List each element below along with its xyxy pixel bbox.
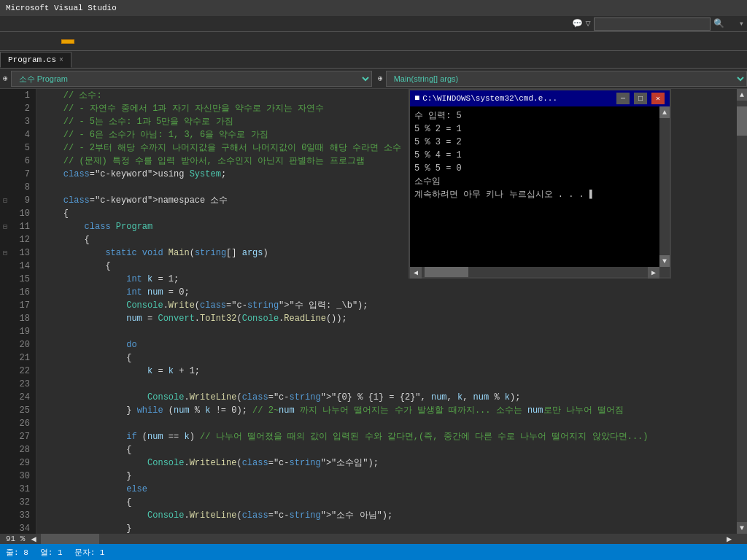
cmd-titlebar: ■ C:\WINDOWS\system32\cmd.e... ─ □ ✕ [410, 90, 670, 106]
line-number: 16 [13, 286, 30, 299]
chat-icon: 💬 [572, 18, 583, 29]
cmd-maximize-button[interactable]: □ [634, 93, 647, 104]
toolbar-analysis[interactable] [18, 40, 29, 43]
cmd-output-line: 5 % 4 = 1 [414, 149, 655, 162]
scroll-left-button[interactable]: ◀ [31, 534, 41, 544]
cmd-body: 수 입력: 55 % 2 = 15 % 3 = 25 % 4 = 15 % 5 … [410, 106, 659, 267]
status-bar: 줄: 8 열: 1 문자: 1 [0, 544, 747, 560]
fold-cell [0, 115, 10, 128]
fold-cell [0, 273, 10, 286]
cmd-vertical-scrollbar[interactable]: ▲ ▼ [659, 106, 670, 267]
menu-tools[interactable] [85, 23, 96, 26]
fold-cell [0, 141, 10, 155]
tab-close-icon[interactable]: × [59, 56, 63, 64]
menu-debug[interactable] [61, 23, 73, 26]
redplus-label[interactable] [727, 23, 736, 26]
cmd-hscroll-track[interactable] [422, 267, 648, 277]
hscroll-thumb[interactable] [41, 534, 99, 544]
cmd-close-button[interactable]: ✕ [651, 93, 665, 104]
cmd-icon: ■ [414, 93, 419, 104]
fold-cell [0, 128, 10, 141]
vertical-scrollbar[interactable]: ▲ ▼ [737, 89, 747, 534]
menu-build[interactable] [50, 23, 61, 26]
menu-file[interactable] [3, 23, 15, 26]
line-number: 10 [13, 207, 30, 220]
status-col: 열: 1 [40, 547, 63, 558]
fold-cell [0, 351, 10, 365]
cmd-scroll-up[interactable]: ▲ [659, 106, 670, 118]
fold-cell [0, 207, 10, 220]
fold-cell[interactable]: ⊟ [0, 246, 10, 260]
cmd-scroll-down[interactable]: ▼ [659, 255, 670, 267]
nav-icon: ⊕ [0, 74, 11, 83]
code-line: } [42, 522, 731, 534]
toolbar-architecture[interactable] [3, 40, 15, 43]
fold-cell [0, 233, 10, 246]
line-number: 22 [13, 365, 30, 378]
code-line: if (num == k) // 나누어 떨어졌을 때의 값이 입력된 수와 같… [42, 430, 731, 443]
line-number: 6 [13, 155, 30, 168]
line-numbers: 1234567891011121314151617181920212223242… [10, 89, 36, 534]
code-line: { [42, 496, 731, 509]
cmd-scroll-right[interactable]: ▶ [648, 267, 659, 279]
scroll-up-button[interactable]: ▲ [737, 89, 747, 101]
line-number: 23 [13, 378, 30, 391]
cmd-output-line: 소수임 [414, 175, 655, 188]
menu-edit[interactable] [15, 23, 26, 26]
quick-search-input[interactable] [594, 18, 711, 31]
menu-test[interactable] [96, 23, 108, 26]
quick-launch-area: 💬 ▽ 🔍 ▾ [572, 18, 744, 31]
fold-cell[interactable]: ⊟ [0, 220, 10, 233]
fold-cell [0, 89, 10, 102]
toolbar-window[interactable] [32, 40, 44, 43]
fold-cell [0, 260, 10, 273]
code-line: k = k + 1; [42, 365, 731, 378]
cmd-minimize-button[interactable]: ─ [616, 93, 630, 104]
code-line [42, 417, 731, 430]
fold-cell[interactable]: ⊟ [0, 194, 10, 207]
status-line: 줄: 8 [6, 547, 28, 558]
line-number: 34 [13, 522, 30, 534]
line-number: 4 [13, 128, 30, 141]
fold-cell [0, 299, 10, 312]
code-line: Console.Write(class="c-string">"수 입력: _\… [42, 299, 731, 312]
redplus-arrow[interactable]: ▾ [739, 18, 744, 29]
horizontal-scrollbar[interactable] [41, 534, 727, 544]
toolbar [0, 32, 747, 51]
code-line: Console.WriteLine(class="c-string">"소수 아… [42, 509, 731, 522]
fold-cell [0, 443, 10, 456]
method-dropdown[interactable]: Main(string[] args) [386, 71, 747, 87]
tab-label: Program.cs [8, 55, 56, 64]
tab-bar: Program.cs × [0, 51, 747, 69]
line-number: 26 [13, 417, 30, 430]
cmd-title-text: C:\WINDOWS\system32\cmd.e... [422, 94, 613, 103]
cmd-output-line: 계속하려면 아무 키나 누르십시오 . . . ▌ [414, 188, 655, 201]
class-dropdown[interactable]: 소수 Program [11, 71, 372, 87]
fold-cell [0, 155, 10, 168]
toolbar-help[interactable] [47, 40, 58, 43]
fold-column: ⊟⊟⊟ [0, 89, 10, 534]
line-number: 30 [13, 470, 30, 483]
cmd-hscroll-area: ◀ ▶ [410, 267, 670, 277]
fold-cell [0, 378, 10, 391]
line-number: 11 [13, 220, 30, 233]
scroll-thumb[interactable] [737, 106, 747, 136]
nav-method-icon: ⊕ [375, 74, 386, 83]
toolbar-fullscreen[interactable] [61, 39, 74, 44]
cmd-window[interactable]: ■ C:\WINDOWS\system32\cmd.e... ─ □ ✕ 수 입… [409, 89, 671, 279]
fold-cell [0, 417, 10, 430]
tab-programcs[interactable]: Program.cs × [0, 52, 71, 68]
line-number: 8 [13, 181, 30, 194]
menu-team[interactable] [73, 23, 85, 26]
scroll-right-btn[interactable]: ▶ [727, 534, 737, 544]
scroll-down-button[interactable]: ▼ [737, 522, 747, 534]
code-line: Console.WriteLine(class="c-string">"소수임"… [42, 456, 731, 470]
cmd-hscroll-thumb[interactable] [425, 267, 468, 277]
cmd-scroll-left[interactable]: ◀ [410, 267, 422, 279]
title-text: Microsoft Visual Studio [6, 4, 117, 12]
cmd-output-line: 5 % 2 = 1 [414, 122, 655, 136]
menu-project[interactable] [38, 23, 50, 26]
fold-cell [0, 404, 10, 417]
menu-view[interactable] [26, 23, 38, 26]
title-bar: Microsoft Visual Studio [0, 0, 747, 16]
